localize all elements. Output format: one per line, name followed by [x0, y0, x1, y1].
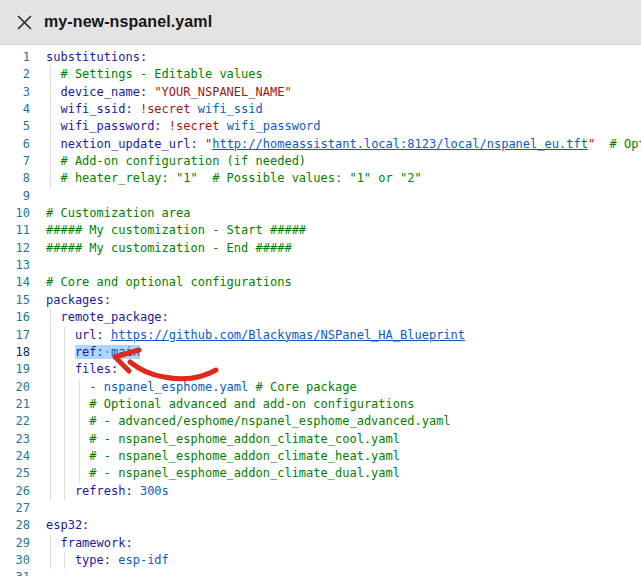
code-token-comment: # Add-on configuration (if needed) — [60, 154, 306, 168]
code-line[interactable]: 17url: https://github.com/Blackymas/NSPa… — [0, 327, 641, 344]
code-line[interactable]: 19files: — [0, 361, 641, 378]
code-token-comment: ##### My customization - End ##### — [46, 241, 292, 255]
code-token-plain — [191, 102, 198, 116]
line-number: 7 — [0, 153, 30, 170]
code-text: # - nspanel_esphome_addon_climate_heat.y… — [46, 448, 400, 465]
code-token-key: framework: — [60, 536, 132, 550]
code-token-comment: # Optional advanced and add-on configura… — [89, 397, 414, 411]
code-text: refresh: 300s — [46, 483, 169, 500]
code-line[interactable]: 11##### My customization - Start ##### — [0, 222, 641, 239]
line-number: 8 — [0, 170, 30, 187]
code-line[interactable]: 22# - advanced/esphome/nspanel_esphome_a… — [0, 413, 641, 430]
line-number: 22 — [0, 413, 30, 430]
line-number: 4 — [0, 101, 30, 118]
line-number: 17 — [0, 327, 30, 344]
line-number: 29 — [0, 535, 30, 552]
line-number: 18 — [0, 344, 30, 361]
code-text: - nspanel_esphome.yaml # Core package — [46, 379, 357, 396]
line-number: 19 — [0, 361, 30, 378]
code-token-plain — [162, 119, 169, 133]
code-line[interactable]: 23# - nspanel_esphome_addon_climate_cool… — [0, 431, 641, 448]
file-title: my-new-nspanel.yaml — [44, 13, 212, 31]
line-number: 30 — [0, 552, 30, 569]
code-text: framework: — [46, 535, 133, 552]
code-text: type: esp-idf — [46, 552, 169, 569]
code-editor: 1substitutions:2# Settings - Editable va… — [0, 45, 641, 576]
code-line[interactable]: 29framework: — [0, 535, 641, 552]
line-number: 14 — [0, 274, 30, 291]
code-line[interactable]: 2# Settings - Editable values — [0, 66, 641, 83]
code-text: ref:·main — [46, 344, 140, 361]
code-token-comment: # Customization area — [46, 206, 191, 220]
code-line[interactable]: 24# - nspanel_esphome_addon_climate_heat… — [0, 448, 641, 465]
line-number: 28 — [0, 517, 30, 534]
code-line[interactable]: 13 — [0, 257, 641, 274]
code-line[interactable]: 3device_name: "YOUR_NSPANEL_NAME" — [0, 84, 641, 101]
code-line[interactable]: 28esp32: — [0, 517, 641, 534]
code-line[interactable]: 20- nspanel_esphome.yaml # Core package — [0, 379, 641, 396]
code-token-value: - nspanel_esphome.yaml — [89, 380, 248, 394]
code-text: packages: — [46, 292, 111, 309]
code-line[interactable]: 18ref:·main — [0, 344, 641, 361]
code-token-comment: # heater_relay: "1" # Possible values: "… — [60, 171, 421, 185]
code-token-plain — [133, 102, 140, 116]
line-number: 27 — [0, 500, 30, 517]
code-token-key: device_name: — [60, 85, 147, 99]
code-token-key: nextion_update_url: — [60, 137, 197, 151]
code-token-key: esp32: — [46, 518, 89, 532]
code-line[interactable]: 4wifi_ssid: !secret wifi_ssid — [0, 101, 641, 118]
code-line[interactable]: 16remote_package: — [0, 309, 641, 326]
code-text: # Customization area — [46, 205, 191, 222]
url-link[interactable]: http://homeassistant.local:8123/local/ns… — [212, 137, 588, 151]
line-number: 20 — [0, 379, 30, 396]
code-line[interactable]: 8# heater_relay: "1" # Possible values: … — [0, 170, 641, 187]
code-token-key: remote_package: — [60, 310, 168, 324]
code-token-ws: · — [104, 345, 111, 359]
code-line[interactable]: 1substitutions: — [0, 49, 641, 66]
close-button[interactable] — [13, 11, 35, 33]
code-text: ##### My customization - Start ##### — [46, 222, 306, 239]
code-line[interactable]: 21# Optional advanced and add-on configu… — [0, 396, 641, 413]
code-token-comment: # Opti — [610, 137, 641, 151]
code-line[interactable]: 27 — [0, 500, 641, 517]
code-token-plain — [595, 137, 609, 151]
code-line[interactable]: 14# Core and optional configurations — [0, 274, 641, 291]
code-token-plain — [198, 137, 205, 151]
code-token-value: wifi_password — [227, 119, 321, 133]
code-token-string: "YOUR_NSPANEL_NAME" — [154, 85, 291, 99]
code-token-comment: # Core package — [256, 380, 357, 394]
code-line[interactable]: 10# Customization area — [0, 205, 641, 222]
code-line[interactable]: 31 — [0, 569, 641, 576]
line-number: 12 — [0, 240, 30, 257]
code-line[interactable]: 26refresh: 300s — [0, 483, 641, 500]
code-token-plain — [133, 484, 140, 498]
line-number: 16 — [0, 309, 30, 326]
code-line[interactable]: 9 — [0, 188, 641, 205]
code-line[interactable]: 30type: esp-idf — [0, 552, 641, 569]
editor-header: my-new-nspanel.yaml — [0, 0, 641, 45]
code-line[interactable]: 12##### My customization - End ##### — [0, 240, 641, 257]
code-text: ##### My customization - End ##### — [46, 240, 292, 257]
code-line[interactable]: 25# - nspanel_esphome_addon_climate_dual… — [0, 465, 641, 482]
url-link[interactable]: https://github.com/Blackymas/NSPanel_HA_… — [111, 328, 465, 342]
line-number: 15 — [0, 292, 30, 309]
code-token-comment: # - nspanel_esphome_addon_climate_dual.y… — [89, 466, 400, 480]
code-text: # - nspanel_esphome_addon_climate_cool.y… — [46, 431, 400, 448]
code-line[interactable]: 6nextion_update_url: "http://homeassista… — [0, 136, 641, 153]
line-number: 11 — [0, 222, 30, 239]
code-token-value: wifi_ssid — [198, 102, 263, 116]
line-number: 5 — [0, 118, 30, 135]
code-text: files: — [46, 361, 118, 378]
code-text: device_name: "YOUR_NSPANEL_NAME" — [46, 84, 292, 101]
code-token-plain — [104, 328, 111, 342]
code-text: # - nspanel_esphome_addon_climate_dual.y… — [46, 465, 400, 482]
code-token-value: esp-idf — [118, 553, 169, 567]
code-token-comment: # Core and optional configurations — [46, 275, 292, 289]
code-token-plain — [248, 380, 255, 394]
code-line[interactable]: 7# Add-on configuration (if needed) — [0, 153, 641, 170]
code-line[interactable]: 5wifi_password: !secret wifi_password — [0, 118, 641, 135]
code-token-key: wifi_ssid: — [60, 102, 132, 116]
code-line[interactable]: 15packages: — [0, 292, 641, 309]
code-text: # - advanced/esphome/nspanel_esphome_adv… — [46, 413, 451, 430]
line-number: 6 — [0, 136, 30, 153]
